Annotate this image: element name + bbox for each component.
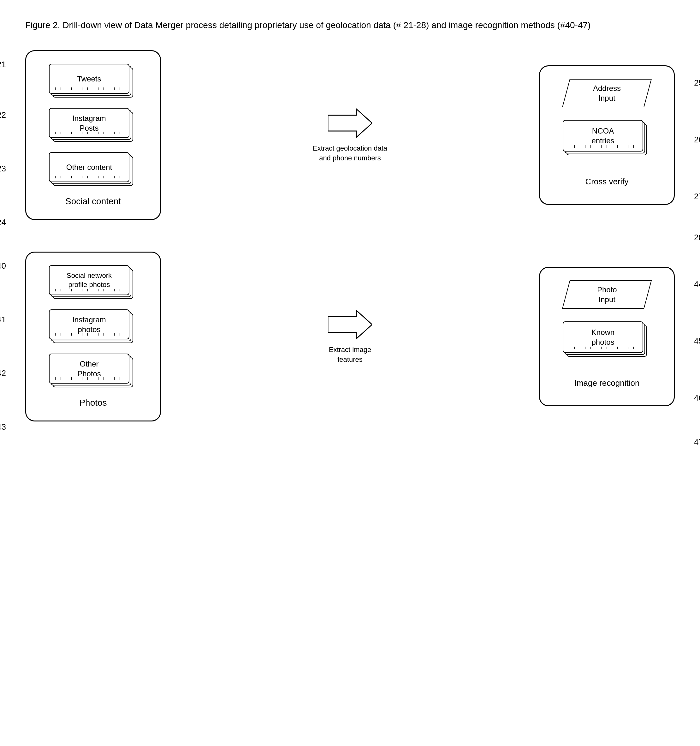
ref-23: 23 <box>0 164 6 174</box>
other-photos-stack: OtherPhotos <box>49 353 137 391</box>
arrow-label-2: Extract image features <box>329 345 371 365</box>
figure-caption: Figure 2. Drill-down view of Data Merger… <box>25 19 625 31</box>
ref-45: 45 <box>694 336 700 346</box>
image-recognition-label: Image recognition <box>553 378 661 388</box>
ncoa-stack: NCOAentries <box>563 120 651 161</box>
instagram-posts-stack: InstagramPosts <box>49 108 137 146</box>
arrow-right-2 <box>328 309 372 340</box>
ref-22: 22 <box>0 110 6 120</box>
ref-28: 28 <box>694 233 700 242</box>
middle-section-1: Extract geolocation data and phone numbe… <box>303 107 397 163</box>
svg-marker-1 <box>328 310 372 339</box>
ref-47: 47 <box>694 437 700 447</box>
address-input: AddressInput <box>562 79 652 107</box>
cross-verify-label: Cross verify <box>553 177 661 186</box>
photo-input: PhotoInput <box>562 280 652 309</box>
right-box-image: PhotoInput Knownphotos Image recognition <box>539 267 675 406</box>
right-box-geo: AddressInput NCOAentries Cross verify <box>539 65 675 205</box>
left-box-label-social: Social content <box>39 196 147 206</box>
ref-24: 24 <box>0 218 6 227</box>
left-box-label-photos: Photos <box>39 398 147 408</box>
other-content-stack: Other content <box>49 152 137 190</box>
ref-25: 25 <box>694 78 700 88</box>
ref-27: 27 <box>694 192 700 202</box>
ref-21: 21 <box>0 60 6 69</box>
ref-41: 41 <box>0 315 6 325</box>
svg-marker-0 <box>328 109 372 137</box>
profile-photos-stack: Social networkprofile photos <box>49 265 137 303</box>
left-box-social: Tweets InstagramPosts Other content <box>25 50 161 220</box>
ref-40: 40 <box>0 261 6 271</box>
ref-43: 43 <box>0 422 6 432</box>
known-photos-stack: Knownphotos <box>563 321 651 362</box>
ref-42: 42 <box>0 368 6 378</box>
diagram1: 21 22 23 24 Tweets <box>25 50 675 220</box>
ref-44: 44 <box>694 280 700 289</box>
arrow-right-1 <box>328 107 372 139</box>
middle-section-2: Extract image features <box>303 309 397 365</box>
ref-46: 46 <box>694 393 700 403</box>
diagram2: 40 41 42 43 Social networkprofile photos <box>25 252 675 421</box>
tweets-stack: Tweets <box>49 64 137 102</box>
arrow-label-1: Extract geolocation data and phone numbe… <box>313 144 387 163</box>
instagram-photos-stack: Instagramphotos <box>49 309 137 347</box>
ref-26: 26 <box>694 135 700 144</box>
left-box-photos: Social networkprofile photos Instagramph… <box>25 252 161 421</box>
